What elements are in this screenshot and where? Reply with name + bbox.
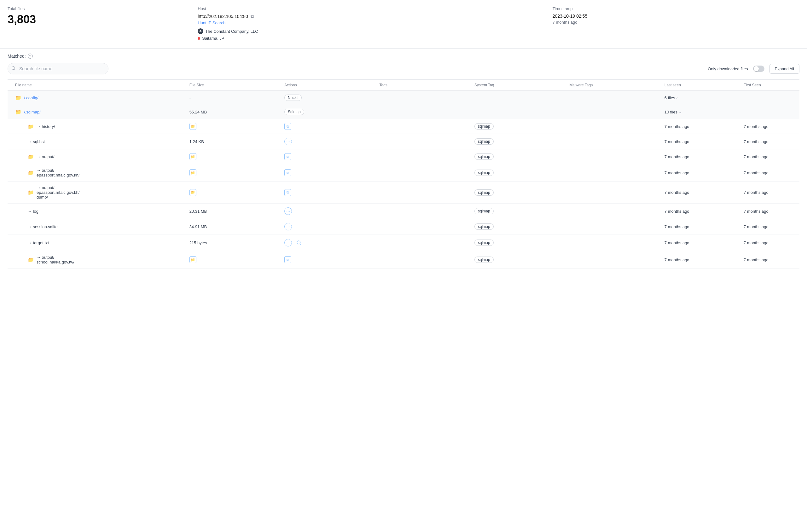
timestamp-label: Timestamp xyxy=(552,6,800,11)
menu-action-icon[interactable]: ··· xyxy=(284,207,292,215)
th-malware-tags: Malware Tags xyxy=(562,80,657,91)
last-seen-cell: 7 months ago xyxy=(657,182,736,204)
folder-icon: 📁 xyxy=(15,95,21,101)
tags-cell xyxy=(372,251,467,268)
copy-action-icon[interactable]: ⧉ xyxy=(284,169,291,176)
table-row: 📁 /.sqlmap/ 55.24 MB Sqlmap 10 files ⌄ xyxy=(7,105,800,119)
system-tag-badge: sqlmap xyxy=(474,138,494,145)
th-tags: Tags xyxy=(372,80,467,91)
folder-action-icon[interactable]: 📁 xyxy=(189,153,196,160)
table-row: 📁 → output/epassport.mfaic.gov.kh/dump/ … xyxy=(7,182,800,204)
file-name-text: → target.txt xyxy=(28,241,49,245)
menu-action-icon[interactable]: ··· xyxy=(284,223,292,230)
expand-toggle[interactable]: 10 files ⌄ xyxy=(664,110,792,114)
folder-action-icon[interactable]: 📁 xyxy=(189,256,196,263)
host-label: Host xyxy=(198,6,527,11)
malware-tags-cell xyxy=(562,149,657,164)
menu-action-icon[interactable]: ··· xyxy=(284,138,292,145)
expand-all-button[interactable]: Expand All xyxy=(769,64,800,74)
actions-cell: ··· xyxy=(277,234,372,251)
malware-tags-cell xyxy=(562,204,657,219)
last-seen-cell: 7 months ago xyxy=(657,204,736,219)
matched-section: Matched: ? Only downloaded files Expand … xyxy=(0,49,807,268)
malware-tags-cell xyxy=(562,182,657,204)
copy-action-icon[interactable]: ⧉ xyxy=(284,153,291,160)
action-tag-badge: Nuclei xyxy=(284,95,302,101)
copy-action-icon[interactable]: ⧉ xyxy=(284,256,291,263)
system-tag-cell: sqlmap xyxy=(467,119,562,134)
files-count-cell: 10 files ⌄ xyxy=(657,105,800,119)
search-action-icon[interactable] xyxy=(295,238,303,247)
last-seen-cell: 7 months ago xyxy=(657,219,736,234)
file-name-cell: 📁 → output/ xyxy=(7,149,182,164)
system-tag-badge: sqlmap xyxy=(474,123,494,130)
file-name-cell: → sql.hst xyxy=(7,134,182,149)
help-icon[interactable]: ? xyxy=(28,54,33,59)
tags-cell xyxy=(372,134,467,149)
expand-toggle[interactable]: 6 files › xyxy=(664,95,792,100)
actions-cell: ··· xyxy=(277,204,372,219)
copy-action-icon[interactable]: ⧉ xyxy=(284,123,291,130)
file-size-cell: 34.91 MB xyxy=(182,219,277,234)
malware-tags-cell xyxy=(562,91,657,105)
first-seen-cell: 7 months ago xyxy=(736,164,800,182)
table-row: → target.txt 215 bytes ··· xyxy=(7,234,800,251)
copy-action-icon[interactable]: ⧉ xyxy=(284,189,291,196)
timestamp-ago: 7 months ago xyxy=(552,20,800,24)
files-count: 10 files xyxy=(664,110,677,114)
system-tag-cell: sqlmap xyxy=(467,182,562,204)
table-row: → session.sqlite 34.91 MB ··· sqlmap 7 m… xyxy=(7,219,800,234)
tags-cell xyxy=(372,219,467,234)
actions-cell: ⧉ xyxy=(277,182,372,204)
folder-action-icon[interactable]: 📁 xyxy=(189,189,196,196)
toggle-knob xyxy=(754,66,759,71)
host-url-text: http://202.182.105.104:80 xyxy=(198,14,248,19)
th-system-tag: System Tag xyxy=(467,80,562,91)
company-icon: ⊕ xyxy=(198,28,203,34)
svg-line-1 xyxy=(15,69,16,70)
table-row: 📁 → output/school.hakka.gov.tw/ 📁 ⧉ xyxy=(7,251,800,268)
folder-action-icon[interactable]: 📁 xyxy=(189,123,196,130)
system-tag-cell xyxy=(467,105,562,119)
file-size-cell: 1.24 KB xyxy=(182,134,277,149)
action-tag-badge: Sqlmap xyxy=(284,109,304,115)
only-downloaded-toggle[interactable] xyxy=(753,65,765,72)
malware-tags-cell xyxy=(562,105,657,119)
location-text: Saitama, JP xyxy=(202,36,224,41)
tags-cell xyxy=(372,91,467,105)
menu-action-icon[interactable]: ··· xyxy=(284,239,292,246)
first-seen-cell: 7 months ago xyxy=(736,251,800,268)
malware-tags-cell xyxy=(562,134,657,149)
file-name-text: /.sqlmap/ xyxy=(24,110,41,114)
matched-label: Matched: ? xyxy=(7,54,800,59)
file-size-cell: - xyxy=(182,91,277,105)
tags-cell xyxy=(372,234,467,251)
file-name-cell: → log xyxy=(7,204,182,219)
system-tag-badge: sqlmap xyxy=(474,170,494,176)
first-seen-cell: 7 months ago xyxy=(736,119,800,134)
copy-icon[interactable]: ⧉ xyxy=(250,14,254,19)
hunt-ip-link[interactable]: Hunt IP Search xyxy=(198,20,225,25)
file-name-cell: 📁 /.config/ xyxy=(7,91,182,105)
malware-tags-cell xyxy=(562,234,657,251)
search-wrapper xyxy=(7,63,109,74)
malware-tags-cell xyxy=(562,164,657,182)
company-row: ⊕ The Constant Company, LLC xyxy=(198,28,527,34)
folder-icon: 📁 xyxy=(28,170,34,176)
folder-icon: 📁 xyxy=(28,257,34,263)
actions-cell: Nuclei xyxy=(277,91,372,105)
file-name-cell: → target.txt xyxy=(7,234,182,251)
first-seen-cell: 7 months ago xyxy=(736,219,800,234)
table-row: 📁 → history/ 📁 ⧉ sqlmap xyxy=(7,119,800,134)
folder-action-icon[interactable]: 📁 xyxy=(189,169,196,176)
top-section: Total files 3,803 Host http://202.182.10… xyxy=(0,0,807,49)
file-name-text: → session.sqlite xyxy=(28,224,58,229)
chevron-right-icon: › xyxy=(676,95,678,100)
last-seen-cell: 7 months ago xyxy=(657,149,736,164)
file-size-cell: 📁 xyxy=(182,182,277,204)
malware-tags-cell xyxy=(562,119,657,134)
company-name: The Constant Company, LLC xyxy=(205,29,258,34)
first-seen-cell: 7 months ago xyxy=(736,149,800,164)
search-input[interactable] xyxy=(7,63,109,74)
malware-tags-cell xyxy=(562,219,657,234)
